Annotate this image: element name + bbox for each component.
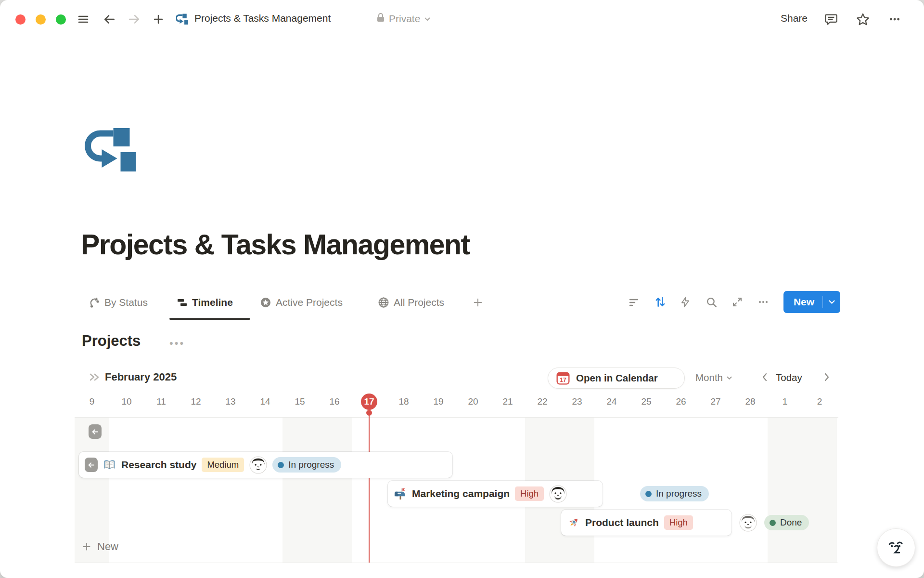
- day-label: 2: [802, 393, 837, 410]
- status-dot: [645, 491, 652, 497]
- plus-icon: [82, 542, 91, 552]
- priority-badge: Medium: [202, 458, 244, 472]
- automation-bolt-icon[interactable]: [679, 295, 692, 309]
- status-label: In progress: [656, 488, 702, 499]
- tab-timeline[interactable]: Timeline: [176, 294, 233, 311]
- calendar-icon: 17: [556, 371, 570, 385]
- priority-badge: High: [664, 515, 693, 530]
- day-label: 22: [525, 393, 560, 410]
- zoom-level-label: Month: [695, 372, 723, 383]
- day-label: 13: [213, 393, 248, 410]
- timeline-bar-marketing-campaign[interactable]: Marketing campaign High: [388, 481, 603, 507]
- view-options-icon[interactable]: [757, 295, 770, 309]
- day-label: 25: [629, 393, 664, 410]
- sidebar-menu-icon[interactable]: [76, 12, 90, 26]
- day-label: 11: [144, 393, 179, 410]
- star-circle-icon: [260, 297, 271, 308]
- ai-face-icon: [886, 537, 907, 558]
- tabs-divider: [82, 322, 841, 322]
- day-label: 23: [560, 393, 594, 410]
- new-tab-icon[interactable]: [151, 12, 166, 26]
- task-title: Research study: [121, 459, 196, 471]
- weekend-shading: [802, 418, 837, 563]
- today-marker-dot: [366, 410, 372, 416]
- day-label: 10: [109, 393, 144, 410]
- new-button-dropdown[interactable]: [823, 300, 840, 304]
- window-close-button[interactable]: [15, 14, 26, 25]
- collapse-sidebar-icon[interactable]: [89, 372, 101, 384]
- comments-icon[interactable]: [824, 12, 838, 26]
- tab-label: Active Projects: [276, 297, 343, 308]
- privacy-selector[interactable]: Private: [376, 13, 431, 25]
- tab-label: All Projects: [394, 297, 444, 308]
- status-badge-overflow: Done: [764, 515, 809, 530]
- tab-all-projects[interactable]: All Projects: [378, 294, 444, 311]
- window-doc-title: Projects & Tasks Management: [194, 13, 331, 24]
- tab-label: By Status: [104, 297, 148, 308]
- next-period-icon[interactable]: [824, 373, 830, 383]
- tab-by-status[interactable]: By Status: [89, 294, 148, 311]
- favorite-star-icon[interactable]: [856, 12, 870, 26]
- timeline-bar-product-launch[interactable]: Product launch High: [561, 510, 732, 536]
- assignee-avatar-overflow: [739, 514, 757, 532]
- open-in-calendar-button[interactable]: 17 Open in Calendar: [548, 368, 685, 389]
- day-label: 12: [179, 393, 213, 410]
- timeline-zoom-select[interactable]: Month: [695, 372, 732, 383]
- page-logo[interactable]: [81, 126, 144, 174]
- new-record-button[interactable]: New: [783, 291, 840, 313]
- window-zoom-button[interactable]: [56, 14, 66, 25]
- timeline-bar-research-study[interactable]: Research study Medium In progress: [79, 452, 452, 478]
- status-badge: In progress: [272, 457, 341, 473]
- share-button[interactable]: Share: [781, 13, 808, 24]
- notion-ai-button[interactable]: [877, 528, 915, 567]
- task-title: Marketing campaign: [412, 488, 510, 499]
- collection-more-icon[interactable]: •••: [169, 337, 185, 350]
- tab-active-projects[interactable]: Active Projects: [260, 294, 343, 311]
- search-icon[interactable]: [705, 295, 718, 309]
- bar-starts-earlier-button[interactable]: [85, 458, 98, 472]
- mailbox-icon: [394, 487, 407, 500]
- forward-icon[interactable]: [127, 12, 141, 26]
- plus-icon: [473, 297, 483, 308]
- day-label: 18: [386, 393, 421, 410]
- status-dot: [770, 520, 776, 526]
- day-label: 21: [490, 393, 525, 410]
- privacy-label: Private: [389, 13, 420, 25]
- open-in-calendar-label: Open in Calendar: [576, 372, 658, 384]
- day-label: 14: [248, 393, 282, 410]
- assignee-avatar: [249, 456, 267, 474]
- sort-icon[interactable]: [654, 295, 667, 309]
- add-timeline-row-button[interactable]: New: [82, 540, 118, 553]
- chevron-down-icon: [424, 16, 431, 21]
- today-button[interactable]: Today: [776, 372, 802, 383]
- lock-icon: [376, 13, 385, 25]
- day-label: 19: [421, 393, 456, 410]
- scroll-to-offscreen-item-button[interactable]: [89, 424, 102, 439]
- add-view-button[interactable]: [473, 294, 483, 311]
- day-label: 24: [594, 393, 629, 410]
- back-icon[interactable]: [102, 12, 116, 26]
- arrow-left-icon: [91, 429, 99, 435]
- collection-title: Projects: [82, 332, 141, 350]
- status-dot: [278, 462, 284, 468]
- active-tab-underline: [169, 318, 250, 320]
- page-title: Projects & Tasks Management: [81, 228, 470, 261]
- filter-icon[interactable]: [627, 295, 641, 309]
- rocket-icon: [567, 516, 580, 529]
- more-options-icon[interactable]: [887, 12, 902, 26]
- page-favicon: [175, 12, 190, 26]
- previous-period-icon[interactable]: [762, 373, 768, 383]
- open-book-icon: [103, 459, 116, 472]
- window-minimize-button[interactable]: [36, 14, 46, 25]
- task-title: Product launch: [585, 517, 659, 528]
- weekend-shading: [768, 418, 802, 563]
- chevron-down-icon: [828, 300, 835, 304]
- timeline-bottom-border: [75, 563, 838, 563]
- timeline-bars-icon: [176, 297, 188, 308]
- today-marker-line: [369, 413, 370, 563]
- timeline-period-label: February 2025: [105, 371, 177, 383]
- new-button-label: New: [783, 296, 822, 308]
- tab-label: Timeline: [192, 297, 233, 308]
- day-label: 15: [282, 393, 317, 410]
- expand-icon[interactable]: [731, 295, 744, 309]
